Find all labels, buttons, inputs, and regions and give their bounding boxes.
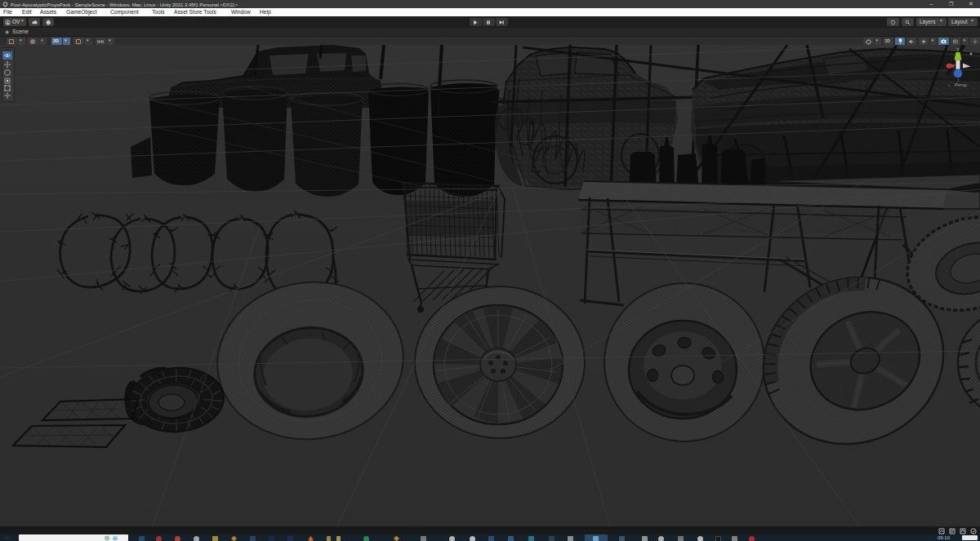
- svg-text:Y: Y: [956, 47, 960, 52]
- svg-text:‹: ‹: [948, 82, 950, 87]
- svg-text:Persp: Persp: [955, 82, 967, 87]
